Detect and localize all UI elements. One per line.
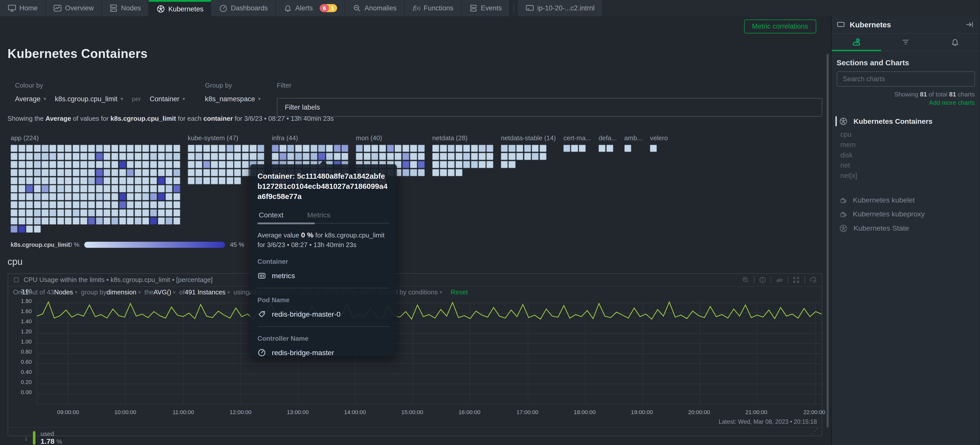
heatmap-cell[interactable] xyxy=(103,169,110,176)
toolbar-segment[interactable]: dimension xyxy=(107,289,137,296)
heatmap-cell[interactable] xyxy=(387,153,394,160)
chart-type-icon[interactable] xyxy=(776,276,783,284)
heatmap-cell[interactable] xyxy=(119,185,126,192)
heatmap-cell[interactable] xyxy=(402,153,409,160)
heatmap-cell[interactable] xyxy=(203,153,210,160)
heatmap-cell[interactable] xyxy=(11,145,18,152)
heatmap-cell[interactable] xyxy=(448,169,455,176)
heatmap-cell[interactable] xyxy=(41,185,48,192)
heatmap-cell[interactable] xyxy=(11,218,18,224)
heatmap-cell[interactable] xyxy=(395,145,401,152)
heatmap-cell[interactable] xyxy=(650,145,657,152)
heatmap-cell[interactable] xyxy=(49,153,56,160)
heatmap-cell[interactable] xyxy=(432,161,439,168)
main-vertical-scrollbar[interactable] xyxy=(827,54,828,427)
heatmap-cell[interactable] xyxy=(173,185,180,192)
heatmap-cell[interactable] xyxy=(73,209,80,216)
heatmap-cell[interactable] xyxy=(295,153,302,160)
heatmap-cell[interactable] xyxy=(158,145,165,152)
heatmap-cell[interactable] xyxy=(379,145,386,152)
heatmap-cell[interactable] xyxy=(150,201,157,208)
heatmap-cell[interactable] xyxy=(364,153,371,160)
heatmap-cell[interactable] xyxy=(579,145,585,152)
heatmap-cell[interactable] xyxy=(111,185,118,192)
heatmap-cell[interactable] xyxy=(211,169,218,176)
collapse-sidebar-icon[interactable] xyxy=(966,21,974,29)
heatmap-cell[interactable] xyxy=(456,161,462,168)
heatmap-cell[interactable] xyxy=(57,153,64,160)
heatmap-cell[interactable] xyxy=(371,153,378,160)
heatmap-cell[interactable] xyxy=(88,193,95,200)
heatmap-cell[interactable] xyxy=(165,161,172,168)
heatmap-cell[interactable] xyxy=(219,177,226,184)
heatmap-cell[interactable] xyxy=(150,218,157,224)
heatmap-cell[interactable] xyxy=(119,153,126,160)
heatmap-cell[interactable] xyxy=(326,145,333,152)
heatmap-cell[interactable] xyxy=(334,153,340,160)
heatmap-cell[interactable] xyxy=(234,161,241,168)
heatmap-cell[interactable] xyxy=(173,193,180,200)
nav-item-nodes[interactable]: Nodes xyxy=(102,0,149,16)
heatmap-cell[interactable] xyxy=(165,201,172,208)
heatmap-cell[interactable] xyxy=(234,177,241,184)
heatmap-cell[interactable] xyxy=(211,145,218,152)
heatmap-cell[interactable] xyxy=(150,185,157,192)
heatmap-cell[interactable] xyxy=(250,153,256,160)
heatmap-cell[interactable] xyxy=(158,153,165,160)
sidebar-item-kubernetes-containers[interactable]: Kubernetes Containers xyxy=(832,114,980,128)
heatmap-cell[interactable] xyxy=(127,209,134,216)
heatmap-cell[interactable] xyxy=(196,177,202,184)
heatmap-cell[interactable] xyxy=(103,209,110,216)
sidebar-child-net[interactable]: net xyxy=(832,160,980,171)
heatmap-cell[interactable] xyxy=(142,177,149,184)
heatmap-cell[interactable] xyxy=(150,177,157,184)
heatmap-cell[interactable] xyxy=(571,145,578,152)
heatmap-cell[interactable] xyxy=(96,201,103,208)
heatmap-cell[interactable] xyxy=(272,145,278,152)
sidebar-item-kubernetes-kubelet[interactable]: Kubernetes kubelet xyxy=(832,193,980,207)
heatmap-cell[interactable] xyxy=(73,201,80,208)
heatmap-cell[interactable] xyxy=(598,145,605,152)
heatmap-cell[interactable] xyxy=(135,153,142,160)
heatmap-cell[interactable] xyxy=(463,145,470,152)
heatmap-cell[interactable] xyxy=(19,177,25,184)
heatmap-cell[interactable] xyxy=(65,193,72,200)
heatmap-cell[interactable] xyxy=(471,153,478,160)
heatmap-cell[interactable] xyxy=(142,153,149,160)
heatmap-cell[interactable] xyxy=(41,145,48,152)
nav-item-anomalies[interactable]: Anomalies xyxy=(345,0,405,16)
sidebar-child-mem[interactable]: mem xyxy=(832,140,980,150)
heatmap-cell[interactable] xyxy=(196,161,202,168)
zoom-chart-icon[interactable] xyxy=(742,276,749,284)
heatmap-cell[interactable] xyxy=(34,226,41,233)
heatmap-cell[interactable] xyxy=(80,145,87,152)
heatmap-cell[interactable] xyxy=(196,153,202,160)
heatmap-cell[interactable] xyxy=(203,161,210,168)
heatmap-cell[interactable] xyxy=(65,145,72,152)
toolbar-segment[interactable]: Nodes xyxy=(54,289,73,296)
heatmap-cell[interactable] xyxy=(471,145,478,152)
heatmap-cell[interactable] xyxy=(103,185,110,192)
heatmap-cell[interactable] xyxy=(119,145,126,152)
heatmap-cell[interactable] xyxy=(158,209,165,216)
download-icon[interactable] xyxy=(810,276,817,284)
heatmap-cell[interactable] xyxy=(165,145,172,152)
heatmap-cell[interactable] xyxy=(234,145,241,152)
heatmap-cell[interactable] xyxy=(34,161,41,168)
heatmap-cell[interactable] xyxy=(135,209,142,216)
nav-item-kubernetes[interactable]: Kubernetes xyxy=(149,0,212,16)
heatmap-cell[interactable] xyxy=(242,169,249,176)
heatmap-cell[interactable] xyxy=(88,201,95,208)
heatmap-cell[interactable] xyxy=(34,145,41,152)
heatmap-cell[interactable] xyxy=(119,209,126,216)
heatmap-cell[interactable] xyxy=(19,209,25,216)
heatmap-cell[interactable] xyxy=(19,218,25,224)
toolbar-segment[interactable]: AVG() xyxy=(154,289,171,296)
heatmap-cell[interactable] xyxy=(188,161,195,168)
heatmap-cell[interactable] xyxy=(456,153,462,160)
heatmap-cell[interactable] xyxy=(49,201,56,208)
heatmap-cell[interactable] xyxy=(111,153,118,160)
heatmap-cell[interactable] xyxy=(303,153,310,160)
heatmap-cell[interactable] xyxy=(19,169,25,176)
heatmap-cell[interactable] xyxy=(326,153,333,160)
